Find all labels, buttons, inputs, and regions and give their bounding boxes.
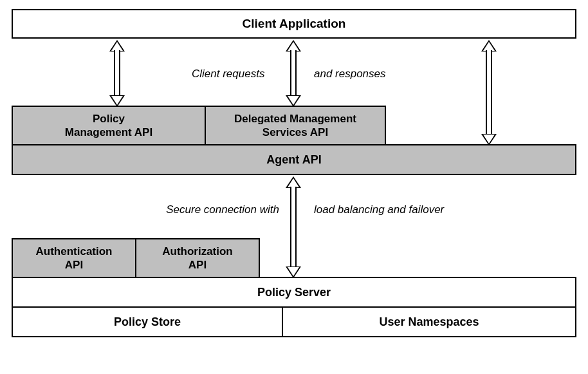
text-client-application: Client Application bbox=[243, 16, 346, 32]
arrow-client-left bbox=[109, 40, 125, 107]
box-policy-store: Policy Store bbox=[12, 306, 283, 337]
text-authentication-api: Authentication API bbox=[36, 245, 113, 272]
label-secure-right: load balancing and failover bbox=[314, 203, 444, 216]
arrow-client-right bbox=[481, 40, 497, 145]
arrow-agent-to-server bbox=[286, 176, 301, 278]
box-authorization-api: Authorization API bbox=[135, 238, 260, 278]
box-user-namespaces: User Namespaces bbox=[282, 306, 576, 337]
box-client-application: Client Application bbox=[12, 9, 576, 39]
arrow-client-mid bbox=[286, 40, 301, 107]
label-and-responses: and responses bbox=[314, 68, 386, 80]
text-policy-store: Policy Store bbox=[114, 315, 181, 330]
architecture-diagram: Client Application Client requests and r… bbox=[0, 0, 588, 374]
text-policy-management-api: Policy Management API bbox=[65, 112, 152, 140]
label-client-requests: Client requests bbox=[192, 68, 264, 80]
text-delegated-management-services-api: Delegated Management Services API bbox=[234, 112, 356, 140]
box-authentication-api: Authentication API bbox=[12, 238, 136, 278]
box-delegated-management-services-api: Delegated Management Services API bbox=[205, 106, 386, 145]
text-policy-server: Policy Server bbox=[257, 285, 331, 300]
label-secure-left: Secure connection with bbox=[166, 203, 279, 216]
text-authorization-api: Authorization API bbox=[162, 245, 233, 272]
box-agent-api: Agent API bbox=[12, 144, 576, 175]
text-agent-api: Agent API bbox=[266, 153, 321, 167]
box-policy-server: Policy Server bbox=[12, 277, 576, 308]
text-user-namespaces: User Namespaces bbox=[379, 315, 479, 330]
box-policy-management-api: Policy Management API bbox=[12, 106, 206, 145]
